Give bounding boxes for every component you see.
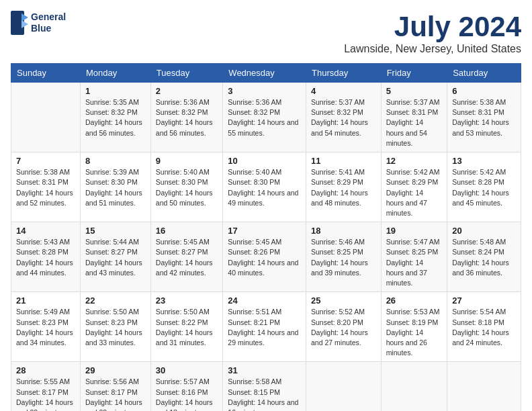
day-info: Sunrise: 5:56 AM Sunset: 8:17 PM Dayligh… <box>85 377 146 411</box>
column-header-thursday: Thursday <box>306 64 382 83</box>
calendar-cell: 11Sunrise: 5:41 AM Sunset: 8:29 PM Dayli… <box>306 152 382 222</box>
day-info: Sunrise: 5:45 AM Sunset: 8:26 PM Dayligh… <box>228 237 301 278</box>
day-number: 29 <box>85 365 146 375</box>
day-number: 14 <box>16 226 75 236</box>
day-info: Sunrise: 5:38 AM Sunset: 8:31 PM Dayligh… <box>16 167 75 208</box>
day-info: Sunrise: 5:35 AM Sunset: 8:32 PM Dayligh… <box>85 97 146 138</box>
day-number: 18 <box>311 226 376 236</box>
day-info: Sunrise: 5:43 AM Sunset: 8:28 PM Dayligh… <box>16 237 75 278</box>
day-info: Sunrise: 5:39 AM Sunset: 8:30 PM Dayligh… <box>85 167 146 208</box>
calendar-cell <box>447 362 521 411</box>
calendar-cell <box>306 362 382 411</box>
week-row-5: 28Sunrise: 5:55 AM Sunset: 8:17 PM Dayli… <box>11 362 521 411</box>
day-info: Sunrise: 5:58 AM Sunset: 8:15 PM Dayligh… <box>228 377 301 411</box>
calendar-cell: 7Sunrise: 5:38 AM Sunset: 8:31 PM Daylig… <box>11 152 81 222</box>
day-info: Sunrise: 5:36 AM Sunset: 8:32 PM Dayligh… <box>228 97 301 138</box>
day-number: 30 <box>156 365 218 375</box>
day-number: 6 <box>452 86 516 96</box>
day-info: Sunrise: 5:42 AM Sunset: 8:29 PM Dayligh… <box>386 167 443 218</box>
page-subtitle: Lawnside, New Jersey, United States <box>344 43 521 55</box>
calendar-cell <box>381 362 447 411</box>
day-number: 11 <box>311 156 376 166</box>
column-header-friday: Friday <box>381 64 447 83</box>
page-title: July 2024 <box>344 11 521 43</box>
calendar-cell: 1Sunrise: 5:35 AM Sunset: 8:32 PM Daylig… <box>81 83 151 152</box>
calendar-cell: 8Sunrise: 5:39 AM Sunset: 8:30 PM Daylig… <box>81 152 151 222</box>
day-number: 28 <box>16 365 75 375</box>
day-info: Sunrise: 5:37 AM Sunset: 8:32 PM Dayligh… <box>311 97 376 138</box>
calendar-cell: 21Sunrise: 5:49 AM Sunset: 8:23 PM Dayli… <box>11 292 81 362</box>
calendar-cell: 10Sunrise: 5:40 AM Sunset: 8:30 PM Dayli… <box>223 152 306 222</box>
day-info: Sunrise: 5:40 AM Sunset: 8:30 PM Dayligh… <box>228 167 301 208</box>
day-number: 25 <box>311 295 376 306</box>
day-info: Sunrise: 5:38 AM Sunset: 8:31 PM Dayligh… <box>452 97 516 138</box>
calendar-cell: 26Sunrise: 5:53 AM Sunset: 8:19 PM Dayli… <box>381 292 447 362</box>
week-row-4: 21Sunrise: 5:49 AM Sunset: 8:23 PM Dayli… <box>11 292 521 362</box>
calendar-cell: 19Sunrise: 5:47 AM Sunset: 8:25 PM Dayli… <box>381 222 447 292</box>
day-number: 12 <box>386 156 443 166</box>
day-info: Sunrise: 5:48 AM Sunset: 8:24 PM Dayligh… <box>452 237 516 278</box>
calendar-cell: 18Sunrise: 5:46 AM Sunset: 8:25 PM Dayli… <box>306 222 382 292</box>
calendar-cell <box>11 83 81 152</box>
column-header-saturday: Saturday <box>447 64 521 83</box>
calendar-cell: 2Sunrise: 5:36 AM Sunset: 8:32 PM Daylig… <box>150 83 223 152</box>
calendar-cell: 29Sunrise: 5:56 AM Sunset: 8:17 PM Dayli… <box>81 362 151 411</box>
day-number: 20 <box>452 226 516 236</box>
day-info: Sunrise: 5:45 AM Sunset: 8:27 PM Dayligh… <box>156 237 218 278</box>
day-info: Sunrise: 5:49 AM Sunset: 8:23 PM Dayligh… <box>16 307 75 348</box>
calendar-cell: 3Sunrise: 5:36 AM Sunset: 8:32 PM Daylig… <box>223 83 306 152</box>
day-info: Sunrise: 5:55 AM Sunset: 8:17 PM Dayligh… <box>16 377 75 411</box>
svg-marker-2 <box>21 20 28 28</box>
column-header-tuesday: Tuesday <box>150 64 223 83</box>
calendar-cell: 16Sunrise: 5:45 AM Sunset: 8:27 PM Dayli… <box>150 222 223 292</box>
day-number: 1 <box>85 86 146 96</box>
calendar-cell: 12Sunrise: 5:42 AM Sunset: 8:29 PM Dayli… <box>381 152 447 222</box>
week-row-3: 14Sunrise: 5:43 AM Sunset: 8:28 PM Dayli… <box>11 222 521 292</box>
day-number: 19 <box>386 226 443 236</box>
calendar-cell: 23Sunrise: 5:50 AM Sunset: 8:22 PM Dayli… <box>150 292 223 362</box>
calendar-cell: 27Sunrise: 5:54 AM Sunset: 8:18 PM Dayli… <box>447 292 521 362</box>
header-row: SundayMondayTuesdayWednesdayThursdayFrid… <box>11 64 521 83</box>
day-info: Sunrise: 5:50 AM Sunset: 8:22 PM Dayligh… <box>156 307 218 348</box>
day-number: 3 <box>228 86 301 96</box>
day-number: 17 <box>228 226 301 236</box>
day-number: 15 <box>85 226 146 236</box>
calendar-cell: 20Sunrise: 5:48 AM Sunset: 8:24 PM Dayli… <box>447 222 521 292</box>
week-row-1: 1Sunrise: 5:35 AM Sunset: 8:32 PM Daylig… <box>11 83 521 152</box>
day-number: 24 <box>228 295 301 306</box>
column-header-wednesday: Wednesday <box>223 64 306 83</box>
day-number: 2 <box>156 86 218 96</box>
day-number: 10 <box>228 156 301 166</box>
logo: General Blue <box>11 11 66 35</box>
day-number: 16 <box>156 226 218 236</box>
day-number: 8 <box>85 156 146 166</box>
calendar-cell: 4Sunrise: 5:37 AM Sunset: 8:32 PM Daylig… <box>306 83 382 152</box>
calendar-cell: 6Sunrise: 5:38 AM Sunset: 8:31 PM Daylig… <box>447 83 521 152</box>
day-number: 27 <box>452 295 516 306</box>
day-info: Sunrise: 5:50 AM Sunset: 8:23 PM Dayligh… <box>85 307 146 348</box>
day-info: Sunrise: 5:53 AM Sunset: 8:19 PM Dayligh… <box>386 307 443 358</box>
day-info: Sunrise: 5:52 AM Sunset: 8:20 PM Dayligh… <box>311 307 376 348</box>
day-number: 7 <box>16 156 75 166</box>
logo-text: General Blue <box>31 11 66 35</box>
day-info: Sunrise: 5:41 AM Sunset: 8:29 PM Dayligh… <box>311 167 376 208</box>
svg-marker-1 <box>21 13 28 21</box>
calendar-cell: 15Sunrise: 5:44 AM Sunset: 8:27 PM Dayli… <box>81 222 151 292</box>
logo-container: General Blue <box>11 11 66 35</box>
calendar-cell: 13Sunrise: 5:42 AM Sunset: 8:28 PM Dayli… <box>447 152 521 222</box>
column-header-monday: Monday <box>81 64 151 83</box>
day-number: 5 <box>386 86 443 96</box>
calendar-table: SundayMondayTuesdayWednesdayThursdayFrid… <box>11 63 521 411</box>
day-number: 22 <box>85 295 146 306</box>
day-number: 21 <box>16 295 75 306</box>
day-info: Sunrise: 5:51 AM Sunset: 8:21 PM Dayligh… <box>228 307 301 348</box>
calendar-cell: 28Sunrise: 5:55 AM Sunset: 8:17 PM Dayli… <box>11 362 81 411</box>
day-info: Sunrise: 5:47 AM Sunset: 8:25 PM Dayligh… <box>386 237 443 288</box>
calendar-cell: 17Sunrise: 5:45 AM Sunset: 8:26 PM Dayli… <box>223 222 306 292</box>
calendar-cell: 25Sunrise: 5:52 AM Sunset: 8:20 PM Dayli… <box>306 292 382 362</box>
day-info: Sunrise: 5:37 AM Sunset: 8:31 PM Dayligh… <box>386 97 443 148</box>
day-number: 23 <box>156 295 218 306</box>
day-info: Sunrise: 5:36 AM Sunset: 8:32 PM Dayligh… <box>156 97 218 138</box>
day-number: 26 <box>386 295 443 306</box>
page-header: General Blue July 2024 Lawnside, New Jer… <box>11 11 521 55</box>
